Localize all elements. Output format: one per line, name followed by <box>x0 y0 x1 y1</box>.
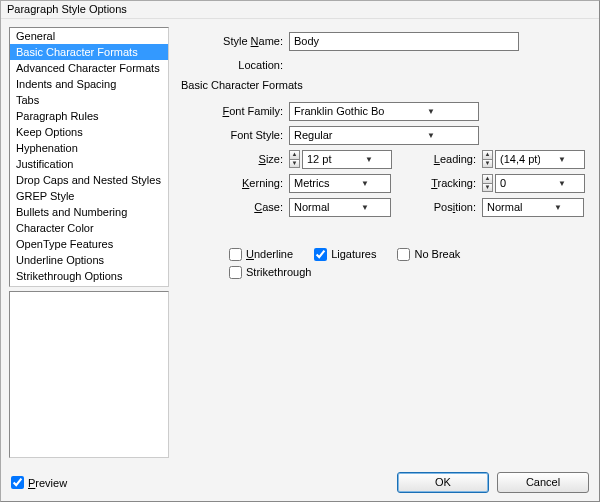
strike-checkbox[interactable]: Strikethrough <box>229 263 311 281</box>
leading-spinner[interactable]: ▲ ▼ <box>482 150 493 169</box>
position-label: Position: <box>402 201 482 213</box>
preview-check-input[interactable] <box>11 476 24 489</box>
position-combo[interactable]: Normal ▼ <box>482 198 584 217</box>
sidebar-item[interactable]: Indents and Spacing <box>10 76 168 92</box>
sidebar-item[interactable]: General <box>10 28 168 44</box>
kerning-combo[interactable]: Metrics ▼ <box>289 174 391 193</box>
nobreak-check-input[interactable] <box>397 248 410 261</box>
sidebar-item[interactable]: Paragraph Rules <box>10 108 168 124</box>
sidebar-empty-panel <box>9 291 169 458</box>
dialog-body: GeneralBasic Character FormatsAdvanced C… <box>1 19 599 466</box>
font-style-value: Regular <box>290 129 384 141</box>
font-style-combo[interactable]: Regular ▼ <box>289 126 479 145</box>
sidebar-item[interactable]: Tabs <box>10 92 168 108</box>
chevron-down-icon: ▼ <box>340 203 390 212</box>
font-family-value: Franklin Gothic Book <box>290 105 384 117</box>
sidebar-item[interactable]: Bullets and Numbering <box>10 204 168 220</box>
chevron-down-icon: ▼ <box>533 203 583 212</box>
tracking-value: 0 <box>496 177 540 189</box>
spinner-down-icon[interactable]: ▼ <box>289 159 300 168</box>
size-value: 12 pt <box>303 153 347 165</box>
location-label: Location: <box>179 59 289 71</box>
size-label: Size: <box>179 153 289 165</box>
chevron-down-icon: ▼ <box>340 179 390 188</box>
chevron-down-icon: ▼ <box>384 107 478 116</box>
footer: Preview OK Cancel <box>1 466 599 501</box>
spinner-up-icon[interactable]: ▲ <box>289 150 300 159</box>
sidebar-item[interactable]: Hyphenation <box>10 140 168 156</box>
section-title: Basic Character Formats <box>179 79 585 91</box>
window-title: Paragraph Style Options <box>1 1 599 19</box>
font-family-label: Font Family: <box>179 105 289 117</box>
dialog: Paragraph Style Options GeneralBasic Cha… <box>0 0 600 502</box>
strike-label: Strikethrough <box>246 266 311 278</box>
checkbox-block: Underline Ligatures No Break Strikethrou… <box>179 245 585 281</box>
spinner-down-icon[interactable]: ▼ <box>482 183 493 192</box>
position-value: Normal <box>483 201 533 213</box>
style-name-input[interactable] <box>289 32 519 51</box>
spinner-up-icon[interactable]: ▲ <box>482 150 493 159</box>
preview-checkbox[interactable]: Preview <box>11 474 67 492</box>
chevron-down-icon: ▼ <box>540 179 584 188</box>
leading-label: Leading: <box>402 153 482 165</box>
nobreak-checkbox[interactable]: No Break <box>397 245 460 263</box>
nobreak-label: No Break <box>414 248 460 260</box>
sidebar-item[interactable]: GREP Style <box>10 188 168 204</box>
sidebar-list[interactable]: GeneralBasic Character FormatsAdvanced C… <box>9 27 169 287</box>
spinner-down-icon[interactable]: ▼ <box>482 159 493 168</box>
sidebar-item[interactable]: Basic Character Formats <box>10 44 168 60</box>
case-combo[interactable]: Normal ▼ <box>289 198 391 217</box>
ok-button[interactable]: OK <box>397 472 489 493</box>
leading-combo[interactable]: (14,4 pt) ▼ <box>495 150 585 169</box>
sidebar: GeneralBasic Character FormatsAdvanced C… <box>9 27 169 458</box>
chevron-down-icon: ▼ <box>540 155 584 164</box>
ligatures-check-input[interactable] <box>314 248 327 261</box>
tracking-label: Tracking: <box>402 177 482 189</box>
cancel-button[interactable]: Cancel <box>497 472 589 493</box>
font-style-label: Font Style: <box>179 129 289 141</box>
size-combo[interactable]: 12 pt ▼ <box>302 150 392 169</box>
style-name-label: Style Name: <box>179 35 289 47</box>
tracking-spinner[interactable]: ▲ ▼ <box>482 174 493 193</box>
spinner-up-icon[interactable]: ▲ <box>482 174 493 183</box>
strike-check-input[interactable] <box>229 266 242 279</box>
size-spinner[interactable]: ▲ ▼ <box>289 150 300 169</box>
sidebar-item[interactable]: Drop Caps and Nested Styles <box>10 172 168 188</box>
chevron-down-icon: ▼ <box>384 131 478 140</box>
underline-check-input[interactable] <box>229 248 242 261</box>
sidebar-item[interactable]: Advanced Character Formats <box>10 60 168 76</box>
font-family-combo[interactable]: Franklin Gothic Book ▼ <box>289 102 479 121</box>
tracking-combo[interactable]: 0 ▼ <box>495 174 585 193</box>
sidebar-item[interactable]: Strikethrough Options <box>10 268 168 284</box>
leading-value: (14,4 pt) <box>496 153 540 165</box>
main-panel: Style Name: Location: Basic Character Fo… <box>175 27 593 458</box>
case-label: Case: <box>179 201 289 213</box>
sidebar-item[interactable]: Underline Options <box>10 252 168 268</box>
sidebar-item[interactable]: Character Color <box>10 220 168 236</box>
chevron-down-icon: ▼ <box>347 155 391 164</box>
underline-checkbox[interactable]: Underline <box>229 245 293 263</box>
ligatures-label: Ligatures <box>331 248 376 260</box>
ligatures-checkbox[interactable]: Ligatures <box>314 245 376 263</box>
sidebar-item[interactable]: OpenType Features <box>10 236 168 252</box>
case-value: Normal <box>290 201 340 213</box>
sidebar-item[interactable]: Justification <box>10 156 168 172</box>
kerning-value: Metrics <box>290 177 340 189</box>
kerning-label: Kerning: <box>179 177 289 189</box>
sidebar-item[interactable]: Keep Options <box>10 124 168 140</box>
